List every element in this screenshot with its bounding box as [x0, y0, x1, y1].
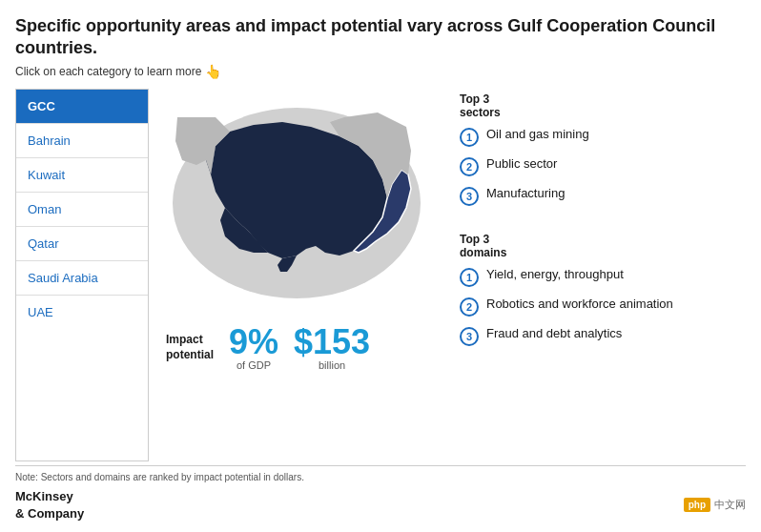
page-container: Specific opportunity areas and impact po…	[0, 0, 761, 532]
logo-row: McKinsey & Company php 中文网	[15, 488, 746, 522]
sector-item: 2 Public sector	[460, 156, 746, 176]
rank-circle: 2	[460, 297, 479, 317]
sidebar-item-kuwait[interactable]: Kuwait	[16, 158, 148, 193]
rank-circle: 3	[460, 187, 479, 206]
domain-item: 3 Fraud and debt analytics	[460, 326, 746, 346]
map-container	[158, 89, 435, 317]
page-title: Specific opportunity areas and impact po…	[15, 15, 746, 60]
sector-text: Public sector	[486, 156, 557, 173]
sector-text: Manufacturing	[486, 186, 565, 202]
hand-icon: 👆	[205, 64, 221, 79]
subtitle: Click on each category to learn more 👆	[15, 64, 746, 79]
sidebar-item-oman[interactable]: Oman	[16, 193, 148, 227]
logo-line1: McKinsey	[15, 489, 73, 503]
billion-block: $153 billion	[294, 325, 370, 371]
footer-note: Note: Sectors and domains are ranked by …	[15, 465, 746, 482]
right-badge: php 中文网	[684, 498, 746, 512]
domain-item: 1 Yield, energy, throughput	[460, 267, 746, 287]
gdp-block: 9% of GDP	[229, 325, 278, 371]
sidebar-item-qatar[interactable]: Qatar	[16, 227, 148, 261]
sidebar-item-saudi-arabia[interactable]: Saudi Arabia	[16, 261, 148, 296]
logo-line2: & Company	[15, 506, 84, 521]
top-domains-label: Top 3 domains	[460, 233, 746, 259]
subtitle-text: Click on each category to learn more	[15, 65, 201, 78]
main-content: GCCBahrainKuwaitOmanQatarSaudi ArabiaUAE	[15, 89, 746, 461]
top-sectors-label: Top 3 sectors	[460, 92, 746, 119]
domain-text: Robotics and workforce animation	[486, 297, 673, 313]
sector-item: 3 Manufacturing	[460, 186, 746, 206]
billion-value: $153	[294, 325, 370, 359]
cn-label: 中文网	[714, 498, 746, 512]
sectors-list: 1 Oil and gas mining 2 Public sector 3 M…	[460, 127, 746, 215]
domain-text: Fraud and debt analytics	[486, 326, 622, 342]
gdp-sub: of GDP	[237, 359, 271, 371]
rank-circle: 1	[460, 128, 479, 147]
impact-row: Impactpotential 9% of GDP $153 billion	[156, 325, 437, 371]
impact-label: Impactpotential	[166, 333, 214, 362]
sidebar-item-bahrain[interactable]: Bahrain	[16, 124, 148, 158]
mckinsey-logo: McKinsey & Company	[15, 488, 84, 522]
domain-item: 2 Robotics and workforce animation	[460, 297, 746, 317]
map-area: Impactpotential 9% of GDP $153 billion	[149, 89, 444, 461]
sector-item: 1 Oil and gas mining	[460, 127, 746, 147]
gdp-value: 9%	[229, 325, 278, 359]
billion-sub: billion	[319, 359, 345, 371]
right-panel: Top 3 sectors 1 Oil and gas mining 2 Pub…	[444, 89, 746, 461]
sidebar-item-uae[interactable]: UAE	[16, 296, 148, 329]
sector-text: Oil and gas mining	[486, 127, 589, 143]
domains-list: 1 Yield, energy, throughput 2 Robotics a…	[460, 267, 746, 356]
php-badge: php	[684, 498, 710, 512]
map-svg	[158, 89, 435, 317]
sidebar-item-gcc[interactable]: GCC	[16, 90, 148, 124]
rank-circle: 2	[460, 157, 479, 176]
rank-circle: 3	[460, 327, 479, 346]
country-sidebar: GCCBahrainKuwaitOmanQatarSaudi ArabiaUAE	[15, 89, 149, 461]
rank-circle: 1	[460, 268, 479, 287]
domain-text: Yield, energy, throughput	[486, 267, 624, 283]
